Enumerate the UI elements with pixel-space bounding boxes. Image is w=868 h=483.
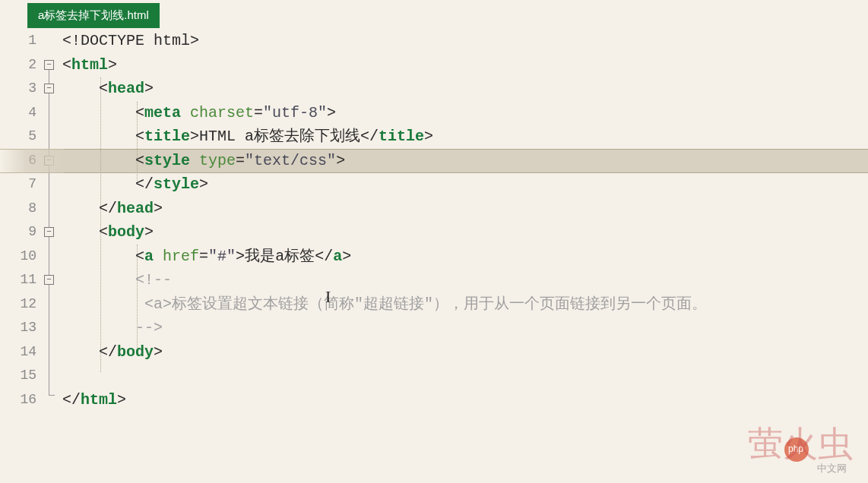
text-cursor-icon: I	[325, 287, 331, 307]
code-line[interactable]: <title>HTML a标签去除下划线</title>	[62, 125, 868, 149]
line-number: 15	[0, 364, 36, 388]
code-line[interactable]: <a href="#">我是a标签</a>	[62, 245, 868, 269]
fold-column: − − − − −	[44, 29, 62, 412]
code-line[interactable]: -->	[62, 316, 868, 340]
line-number: 13	[0, 316, 36, 340]
line-number: 8	[0, 197, 36, 221]
fold-toggle[interactable]: −	[44, 60, 54, 70]
code-line[interactable]: <meta charset="utf-8">	[62, 101, 868, 125]
fold-toggle[interactable]: −	[44, 227, 54, 237]
file-tab[interactable]: a标签去掉下划线.html	[27, 3, 160, 28]
fold-toggle[interactable]: −	[44, 84, 54, 93]
code-line[interactable]: <html>	[62, 53, 868, 77]
line-number: 16	[0, 388, 36, 412]
line-number: 2	[0, 53, 36, 77]
code-line[interactable]: <head>	[62, 77, 868, 101]
code-line[interactable]: </style>	[62, 172, 868, 197]
line-number: 4	[0, 101, 36, 125]
watermark-text: 萤火虫	[748, 421, 853, 468]
line-number: 1	[0, 29, 36, 53]
code-line[interactable]: </body>	[62, 340, 868, 365]
code-line[interactable]: </html>	[62, 388, 868, 412]
code-line[interactable]: <a>标签设置超文本链接（简称"超超链接"），用于从一个页面链接到另一个页面。	[62, 292, 868, 317]
watermark-subtext: 中文网	[817, 462, 847, 475]
code-line[interactable]: <style type="text/css">	[62, 149, 868, 173]
line-number: 7	[0, 172, 36, 197]
code-line[interactable]: </head>	[62, 197, 868, 221]
line-number: 3	[0, 77, 36, 101]
line-number: 11	[0, 268, 36, 292]
code-line[interactable]: <!--	[62, 268, 868, 292]
line-number: 12	[0, 292, 36, 317]
code-line[interactable]	[62, 364, 868, 388]
line-number-gutter: 1 2 3 4 5 6 7 8 9 10 11 12 13 14 15 16	[0, 29, 44, 412]
fold-toggle[interactable]: −	[44, 275, 54, 285]
line-number: 14	[0, 340, 36, 365]
code-area[interactable]: <!DOCTYPE html> <html> <head> <meta char…	[62, 29, 868, 412]
line-number: 5	[0, 125, 36, 149]
tab-bar: a标签去掉下划线.html	[0, 0, 868, 29]
code-line[interactable]: <!DOCTYPE html>	[62, 29, 868, 53]
code-editor[interactable]: 1 2 3 4 5 6 7 8 9 10 11 12 13 14 15 16 −…	[0, 29, 868, 412]
code-line[interactable]: <body>	[62, 220, 868, 245]
line-number: 10	[0, 245, 36, 269]
line-number: 9	[0, 220, 36, 245]
